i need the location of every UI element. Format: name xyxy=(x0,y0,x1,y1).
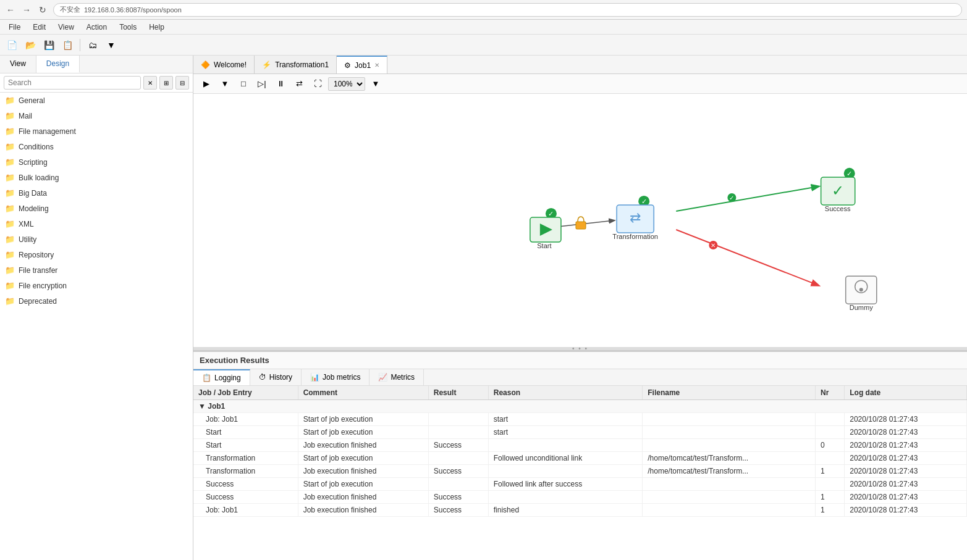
dropdown-button[interactable]: ▼ xyxy=(103,37,119,53)
sidebar-item-modeling[interactable]: 📁 Modeling xyxy=(0,201,193,216)
svg-text:✓: ✓ xyxy=(641,198,647,205)
col-comment: Comment xyxy=(298,386,428,400)
stop-button[interactable]: □ xyxy=(235,77,251,91)
sidebar-item-file-management[interactable]: 📁 File management xyxy=(0,123,193,139)
tab-job1[interactable]: ⚙ Job1 ✕ xyxy=(337,56,387,73)
sidebar-item-deprecated[interactable]: 📁 Deprecated xyxy=(0,293,193,309)
sidebar-item-xml[interactable]: 📁 XML xyxy=(0,216,193,232)
table-row: ▼ Job1 xyxy=(193,400,967,413)
back-button[interactable]: ← xyxy=(5,4,16,15)
table-cell: Job: Job1 xyxy=(193,413,298,426)
sidebar-item-bulk-loading[interactable]: 📁 Bulk loading xyxy=(0,170,193,185)
table-row: TransformationJob execution finishedSucc… xyxy=(193,465,967,478)
refresh-button[interactable]: ↻ xyxy=(37,4,48,15)
folder-icon: 📁 xyxy=(5,142,15,151)
fullscreen-button[interactable]: ⛶ xyxy=(310,77,326,91)
search-clear-button[interactable]: ✕ xyxy=(143,76,157,90)
table-cell: 0 xyxy=(816,439,845,452)
toolbar-separator xyxy=(80,39,80,51)
content-area: 🔶 Welcome! ⚡ Transformation1 ⚙ Job1 ✕ ▶ … xyxy=(193,56,967,560)
folder-icon: 📁 xyxy=(5,265,15,275)
group-cell: ▼ Job1 xyxy=(193,400,967,413)
save-as-button[interactable]: 📋 xyxy=(59,37,75,53)
menu-help[interactable]: Help xyxy=(143,22,171,33)
sidebar-tabs: View Design xyxy=(0,56,193,73)
table-cell: Success xyxy=(193,478,298,491)
table-cell: Job execution finished xyxy=(298,491,428,504)
table-cell xyxy=(643,413,816,426)
sidebar-tab-view[interactable]: View xyxy=(0,56,36,73)
open-button[interactable]: 📂 xyxy=(22,37,38,53)
table-cell xyxy=(428,478,488,491)
svg-text:✓: ✓ xyxy=(832,182,844,199)
svg-text:Success: Success xyxy=(825,205,851,212)
table-row: StartStart of job executionstart2020/10/… xyxy=(193,426,967,439)
table-cell: Transformation xyxy=(193,465,298,478)
run-dropdown-button[interactable]: ▼ xyxy=(217,77,233,91)
sidebar-item-label: Bulk loading xyxy=(19,173,59,182)
folder-icon: 📁 xyxy=(5,219,15,228)
search-input[interactable] xyxy=(4,76,141,90)
table-row: Job: Job1Job execution finishedSuccessfi… xyxy=(193,504,967,517)
save-button[interactable]: 💾 xyxy=(41,37,57,53)
menu-view[interactable]: View xyxy=(52,22,80,33)
tab-transformation1[interactable]: ⚡ Transformation1 xyxy=(255,56,337,73)
tab-label: Job metrics xyxy=(323,373,360,382)
pause-button[interactable]: ⏸ xyxy=(272,77,289,91)
results-tab-logging[interactable]: 📋 Logging xyxy=(193,369,250,385)
table-cell: 2020/10/28 01:27:43 xyxy=(845,452,967,465)
menu-edit[interactable]: Edit xyxy=(27,22,52,33)
run-button[interactable]: ▶ xyxy=(198,77,214,91)
sidebar-item-general[interactable]: 📁 General xyxy=(0,93,193,108)
svg-point-25 xyxy=(859,288,863,291)
table-cell xyxy=(428,413,488,426)
menu-tools[interactable]: Tools xyxy=(113,22,143,33)
table-cell xyxy=(816,413,845,426)
results-table: Job / Job Entry Comment Result Reason Fi… xyxy=(193,386,967,517)
forward-button[interactable]: → xyxy=(21,4,32,15)
tab-welcome[interactable]: 🔶 Welcome! xyxy=(193,56,255,73)
tab-label: Transformation1 xyxy=(275,61,329,69)
svg-line-4 xyxy=(676,230,818,285)
table-cell xyxy=(643,426,816,439)
run-remote-button[interactable]: ▷| xyxy=(254,77,270,91)
table-cell xyxy=(428,452,488,465)
zoom-dropdown-button[interactable]: ▼ xyxy=(368,77,384,91)
tab-close-button[interactable]: ✕ xyxy=(374,62,379,69)
results-tabs: 📋 Logging ⏱ History 📊 Job metrics 📈 Metr… xyxy=(193,369,967,386)
view-toggle-button[interactable]: ⇄ xyxy=(291,77,307,91)
table-cell: Success xyxy=(428,491,488,504)
tab-label: Welcome! xyxy=(214,61,247,69)
sidebar-item-label: General xyxy=(19,96,45,105)
metrics-icon: 📊 xyxy=(310,373,319,382)
sidebar-item-mail[interactable]: 📁 Mail xyxy=(0,108,193,123)
menu-action[interactable]: Action xyxy=(80,22,113,33)
sidebar-item-conditions[interactable]: 📁 Conditions xyxy=(0,139,193,154)
sidebar-item-label: Big Data xyxy=(19,189,47,198)
layers-button[interactable]: 🗂 xyxy=(85,37,101,53)
new-file-button[interactable]: 📄 xyxy=(4,37,20,53)
sidebar-tab-design[interactable]: Design xyxy=(36,56,80,73)
canvas-area[interactable]: ✓ ✕ xyxy=(193,94,967,347)
results-tab-metrics[interactable]: 📈 Metrics xyxy=(369,369,424,385)
sidebar-item-repository[interactable]: 📁 Repository xyxy=(0,247,193,262)
sidebar-item-file-encryption[interactable]: 📁 File encryption xyxy=(0,278,193,293)
sidebar-item-utility[interactable]: 📁 Utility xyxy=(0,232,193,247)
collapse-all-button[interactable]: ⊟ xyxy=(175,76,189,90)
sidebar-item-file-transfer[interactable]: 📁 File transfer xyxy=(0,262,193,278)
table-cell: /home/tomcat/test/Transform... xyxy=(643,452,816,465)
col-nr: Nr xyxy=(816,386,845,400)
table-cell: 1 xyxy=(816,465,845,478)
results-tab-job-metrics[interactable]: 📊 Job metrics xyxy=(302,369,369,385)
svg-text:Transformation: Transformation xyxy=(612,233,658,240)
table-cell: Job execution finished xyxy=(298,439,428,452)
logging-icon: 📋 xyxy=(202,374,211,382)
sidebar-item-big-data[interactable]: 📁 Big Data xyxy=(0,185,193,201)
table-cell xyxy=(643,439,816,452)
zoom-select[interactable]: 100% 75% 50% 150% 200% xyxy=(328,77,365,91)
sidebar-item-scripting[interactable]: 📁 Scripting xyxy=(0,154,193,170)
results-tab-history[interactable]: ⏱ History xyxy=(250,369,302,385)
menu-file[interactable]: File xyxy=(2,22,27,33)
expand-all-button[interactable]: ⊞ xyxy=(159,76,173,90)
folder-icon: 📁 xyxy=(5,296,15,306)
